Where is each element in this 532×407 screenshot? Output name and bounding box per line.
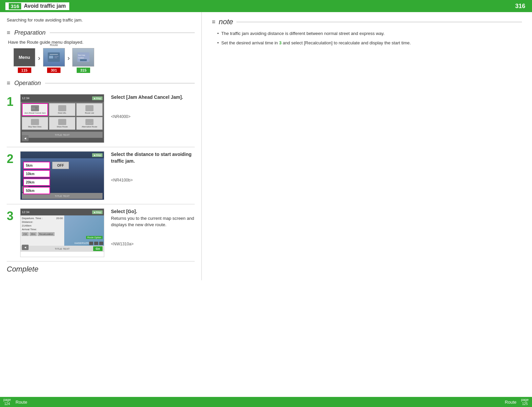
screen2-cmap: ▲Map [92, 153, 103, 157]
screen3-back-btn[interactable]: ◄ [22, 245, 29, 250]
screen1-grid: Jam Ahead Cancel Jam Dest info. [21, 102, 104, 131]
option-5km[interactable]: 5km [23, 162, 50, 169]
svg-rect-16 [36, 120, 37, 124]
screen1-topbar: 12:34 ▲Map [21, 94, 104, 102]
go-button[interactable]: Go [93, 246, 103, 251]
svg-rect-13 [86, 106, 92, 107]
route-list-icon [85, 105, 93, 111]
prep-route-box: Route 301 [43, 48, 65, 73]
skip-icon [31, 119, 39, 125]
note-header-line [236, 22, 522, 22]
screen1-bg: 12:34 ▲Map [21, 94, 104, 143]
step-3-image: 12:34 ▲Map Departure. Time : 20:00 Dista [20, 208, 104, 257]
screen1-dest-label: Dest info. [58, 112, 66, 114]
screen3-left-panel: Departure. Time : 20:00 Distance: 2140km [21, 215, 64, 246]
hours-btn[interactable]: 21h [22, 232, 29, 236]
op-header-line [45, 83, 195, 83]
screen1-time: 12:34 [22, 96, 30, 100]
screen3-cmap: ▲Map [92, 210, 103, 214]
page-title: Avoid traffic jam [24, 3, 66, 9]
svg-rect-15 [86, 110, 92, 110]
screen1-titlebar: TITLE TEXT [22, 132, 103, 138]
screen1-skip-label: Skip Next Dest. [28, 126, 42, 128]
prep-navi-box: Navi map Context 315 [72, 48, 94, 73]
map-icon-1 [89, 242, 93, 245]
note-item-1: The traffic jam avoiding distance is dif… [217, 30, 522, 37]
screen1-show-label: Show Route [57, 126, 68, 128]
option-off[interactable]: OFF [52, 162, 69, 169]
screen2-topbar: ▲Map [21, 152, 104, 158]
top-bar: 316 Avoid traffic jam 316 [0, 0, 532, 12]
arrow-1: › [38, 54, 40, 62]
svg-rect-2 [49, 56, 53, 58]
title-page-num: 316 [9, 3, 21, 9]
distance-label: Distance: [22, 220, 33, 223]
dest-icon [58, 105, 66, 111]
screen2-distance-options: 5km 10km 20km 50km [23, 162, 50, 194]
option-10km[interactable]: 10km [23, 170, 50, 177]
option-50km[interactable]: 50km [23, 187, 50, 194]
top-bar-page-num: 316 [515, 3, 525, 10]
step-3-row: 3 12:34 ▲Map Departure. Time : 20: [7, 204, 195, 261]
op-section-label: Operation [13, 80, 42, 87]
screen1-cell-skip: Skip Next Dest. [22, 117, 48, 130]
screen1-cell-route: Route List [76, 103, 103, 116]
note-list: The traffic jam avoiding distance is dif… [212, 30, 522, 46]
operation-header: ≡ Operation [7, 80, 195, 87]
screen3-title-text: TITLE TEXT [55, 247, 70, 250]
screen2-list: 5km 10km 20km 50km OFF [21, 158, 104, 198]
screen2-options-row: 5km 10km 20km 50km OFF [23, 162, 69, 194]
departure-value: 20:00 [56, 217, 63, 220]
footer-left: page 124 Route [0, 398, 27, 406]
step-container: 1 12:34 ▲Map [7, 90, 195, 261]
map-icon-3 [99, 242, 103, 245]
footer: page 124 Route Route page 125 [0, 397, 532, 407]
option-20km[interactable]: 20km [23, 178, 50, 186]
screen1-alt-label: Alternative Route [82, 126, 97, 128]
screen1-cell-jam: Jam Ahead Cancel Jam [22, 103, 48, 116]
step-2-number: 2 [7, 153, 17, 165]
main-content: Searching for route avoiding traffic jam… [0, 12, 532, 280]
footer-category-left: Route [13, 400, 27, 405]
screen1-cell-dest: Dest info. [49, 103, 75, 116]
screen3-topbar: 12:34 ▲Map [21, 209, 104, 215]
minutes-btn[interactable]: 00m [30, 232, 37, 236]
step-2-row: 2 ▲Map 5k [7, 147, 195, 204]
prep-navi-icon: Navi map Context [72, 48, 94, 67]
screen3-time: 12:34 [22, 210, 30, 214]
screen3-map: Route Option KAISERS/ZRUCE [64, 215, 104, 246]
footer-page-left: page 124 [3, 398, 11, 406]
step-1-row: 1 12:34 ▲Map [7, 90, 195, 147]
prep-header-line [50, 33, 195, 33]
screen3-body: Departure. Time : 20:00 Distance: 2140km [21, 215, 104, 246]
jam-icon [31, 105, 39, 111]
footer-category-right: Route [503, 400, 519, 405]
recalculation-btn[interactable]: Recalculation [38, 232, 54, 236]
step-3-sub-instruction: Returns you to the current map screen an… [111, 216, 194, 228]
step-2-caption: <NR4100b> [111, 178, 195, 182]
left-column: Searching for route avoiding traffic jam… [0, 12, 202, 280]
screen1-cell-alt: Alternative Route [76, 117, 103, 130]
note-bold-ref: 3 [279, 40, 281, 45]
op-eq-left: ≡ [7, 80, 10, 87]
step-1-image: 12:34 ▲Map [20, 94, 104, 143]
note-item-2: Set the desired arrival time in 3 and se… [217, 40, 522, 46]
note-eq-left: ≡ [212, 18, 216, 26]
step-1-number: 1 [7, 96, 17, 108]
screen1-title-text: TITLE TEXT [55, 133, 70, 136]
map-icon-2 [94, 242, 98, 245]
step-3-instruction: Select [Go]. Returns you to the current … [111, 208, 195, 228]
step-2-image: ▲Map 5km 10km 20km 50km [20, 151, 104, 200]
svg-point-11 [61, 106, 64, 110]
route-option-label: Route Option [86, 236, 103, 239]
prep-menu-box: Menu 115 [13, 48, 35, 73]
right-column: ≡ note The traffic jam avoiding distance… [202, 12, 532, 280]
prep-badge-301: 301 [47, 68, 61, 73]
svg-text:Navi map: Navi map [78, 54, 85, 56]
screen2-bg: ▲Map 5km 10km 20km 50km [21, 152, 104, 200]
prep-badge-315: 315 [77, 68, 90, 73]
departure-label: Departure. Time : [22, 217, 43, 220]
step-1-caption: <NR4000> [111, 114, 195, 119]
screen3-bg: 12:34 ▲Map Departure. Time : 20:00 Dista [21, 209, 104, 257]
screen1-back-btn[interactable]: ◄ [22, 135, 29, 141]
